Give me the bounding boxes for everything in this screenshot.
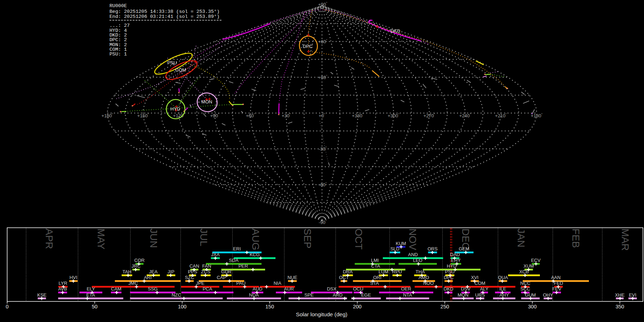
svg-text:300: 300	[528, 304, 537, 309]
svg-text:Beg: 20251205 14:33:38 (sol =: Beg: 20251205 14:33:38 (sol = 253.35°)	[109, 9, 220, 14]
svg-text:DAD: DAD	[450, 252, 460, 257]
svg-text:HYD: HYD	[170, 106, 180, 112]
svg-text:SZC: SZC	[185, 275, 194, 280]
svg-text:JEA: JEA	[149, 269, 158, 274]
svg-text:0: 0	[6, 304, 9, 309]
svg-text:PCA: PCA	[203, 286, 212, 292]
svg-text:CAM: CAM	[111, 286, 121, 292]
svg-text:AMO: AMO	[419, 275, 429, 280]
svg-text:CTA: CTA	[371, 263, 380, 269]
svg-text:NDA: NDA	[249, 292, 259, 298]
svg-text:MON: MON	[201, 99, 212, 104]
svg-text:+180°: +180°	[102, 113, 113, 118]
svg-text:End: 20251206 03:21:41 (sol =: End: 20251206 03:21:41 (sol = 253.89°)	[109, 14, 220, 19]
svg-text:APR: APR	[44, 229, 55, 249]
svg-text:JXA: JXA	[211, 252, 220, 257]
svg-text:JUN: JUN	[148, 229, 159, 248]
svg-text:PAU: PAU	[236, 280, 246, 286]
svg-text:NOV: NOV	[407, 229, 418, 250]
svg-text:100: 100	[178, 304, 186, 309]
svg-text:URS: URS	[475, 292, 485, 298]
svg-text:LUM: LUM	[379, 269, 388, 274]
svg-text:SPE: SPE	[304, 292, 314, 298]
svg-text:FED: FED	[554, 280, 563, 286]
svg-text:EHY: EHY	[451, 258, 461, 263]
svg-text:+330°: +330°	[352, 113, 364, 118]
svg-text:AND: AND	[408, 252, 418, 257]
svg-text:XVI: XVI	[471, 275, 479, 280]
svg-text:DPC: DPC	[303, 44, 312, 49]
svg-text:PSU: PSU	[167, 60, 177, 65]
svg-text:+270°: +270°	[424, 113, 435, 118]
svg-text:OHY: OHY	[543, 292, 553, 298]
svg-text:NCC: NCC	[520, 280, 530, 286]
svg-text:200: 200	[353, 304, 361, 309]
svg-text:PSU: PSU	[445, 269, 455, 274]
svg-text:TAH: TAH	[122, 269, 131, 274]
svg-text:JUL: JUL	[198, 229, 209, 247]
svg-text:QUA: QUA	[498, 275, 508, 280]
svg-text:KCG: KCG	[250, 252, 260, 257]
svg-text:ALY: ALY	[480, 286, 489, 292]
svg-text:PPS: PPS	[188, 269, 197, 274]
svg-text:ORI: ORI	[373, 275, 381, 280]
svg-text:+300°: +300°	[388, 113, 400, 118]
svg-text:+180°: +180°	[531, 113, 543, 118]
svg-text:NOO: NOO	[423, 280, 434, 286]
svg-text:FAN: FAN	[202, 263, 211, 269]
svg-text:OCU: OCU	[353, 286, 364, 292]
svg-text:SSG: SSG	[148, 286, 157, 292]
svg-text:NUE: NUE	[287, 275, 297, 280]
svg-text:ZCS: ZCS	[201, 269, 210, 274]
svg-text:KSE: KSE	[37, 292, 47, 298]
svg-text:PER: PER	[238, 263, 248, 269]
svg-text:FEB: FEB	[570, 229, 581, 248]
svg-text:ILE: ILE	[499, 286, 506, 292]
svg-text:HYD: HYD	[447, 263, 457, 269]
svg-text:THA: THA	[416, 269, 425, 274]
svg-text:SDA: SDA	[229, 258, 239, 263]
svg-text:ECV: ECV	[531, 258, 541, 263]
svg-text:150: 150	[265, 304, 274, 309]
svg-text:COM: COM	[474, 280, 485, 286]
svg-text:ELY: ELY	[87, 286, 95, 292]
svg-text:HVI: HVI	[69, 275, 77, 280]
svg-text:AUR: AUR	[284, 286, 294, 292]
svg-text:EGE: EGE	[361, 292, 371, 298]
svg-text:XUM: XUM	[523, 263, 534, 269]
svg-text:DKD: DKD	[444, 286, 453, 292]
svg-text:LMI: LMI	[371, 258, 379, 263]
svg-text:350: 350	[615, 304, 624, 309]
svg-text:AVB: AVB	[58, 286, 67, 292]
svg-text:SCC: SCC	[520, 286, 530, 292]
svg-text:XCB: XCB	[519, 269, 529, 274]
svg-text:CAN: CAN	[189, 263, 199, 269]
svg-text:PSU: 1: PSU: 1	[109, 52, 127, 57]
svg-text:DSV: DSV	[461, 286, 470, 292]
svg-text:NZC: NZC	[172, 292, 181, 298]
svg-text:EVI: EVI	[629, 292, 636, 298]
svg-text:DSX: DSX	[327, 286, 337, 292]
svg-text:RPU: RPU	[392, 269, 402, 274]
svg-text:MAY: MAY	[96, 229, 107, 250]
svg-text:ARI: ARI	[144, 275, 152, 280]
svg-text:ORS: ORS	[428, 246, 438, 252]
svg-text:GEM: GEM	[459, 246, 469, 252]
svg-text:SLD: SLD	[390, 246, 399, 252]
svg-text:COR: COR	[134, 258, 145, 263]
svg-text:Solar longitude (deg): Solar longitude (deg)	[296, 311, 347, 317]
svg-text:STA: STA	[370, 280, 379, 286]
svg-text:NTA: NTA	[403, 292, 412, 298]
svg-text:250: 250	[440, 304, 449, 309]
svg-text:JMC: JMC	[128, 280, 138, 286]
svg-text:XHE: XHE	[615, 292, 625, 298]
svg-text:COM: COM	[175, 67, 186, 73]
svg-text:FEV: FEV	[552, 286, 562, 292]
svg-text:LYR: LYR	[59, 280, 67, 286]
svg-text:MON: MON	[458, 292, 468, 298]
svg-text:SEP: SEP	[302, 229, 313, 249]
svg-text:MAR: MAR	[620, 229, 631, 251]
svg-text:DKD: DKD	[390, 28, 400, 34]
svg-text:CAP: CAP	[217, 275, 226, 280]
svg-text:50: 50	[92, 304, 98, 309]
